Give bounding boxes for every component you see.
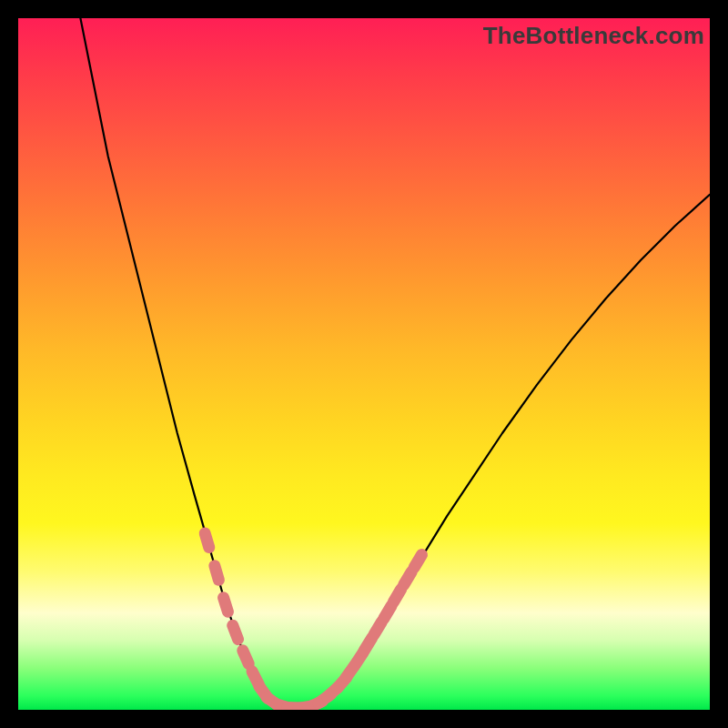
data-marker	[393, 590, 400, 602]
data-marker	[215, 566, 219, 581]
data-marker	[224, 598, 228, 612]
data-marker	[384, 606, 391, 619]
data-marker	[404, 572, 411, 585]
data-marker	[243, 651, 249, 664]
data-marker	[205, 533, 209, 548]
data-marker	[233, 625, 238, 639]
plot-area: TheBottleneck.com	[18, 18, 710, 710]
watermark-text: TheBottleneck.com	[483, 22, 704, 50]
data-marker	[364, 638, 372, 651]
chart-frame: TheBottleneck.com	[0, 0, 728, 728]
data-marker	[414, 555, 421, 568]
chart-svg	[18, 18, 710, 710]
data-marker	[374, 622, 381, 634]
data-markers	[205, 533, 421, 708]
